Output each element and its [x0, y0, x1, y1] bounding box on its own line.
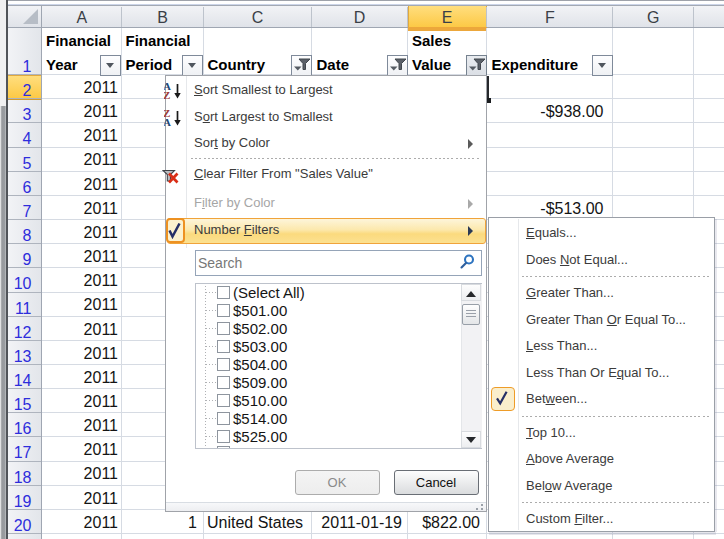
- svg-text:A: A: [164, 116, 171, 127]
- svg-text:Z: Z: [164, 89, 170, 100]
